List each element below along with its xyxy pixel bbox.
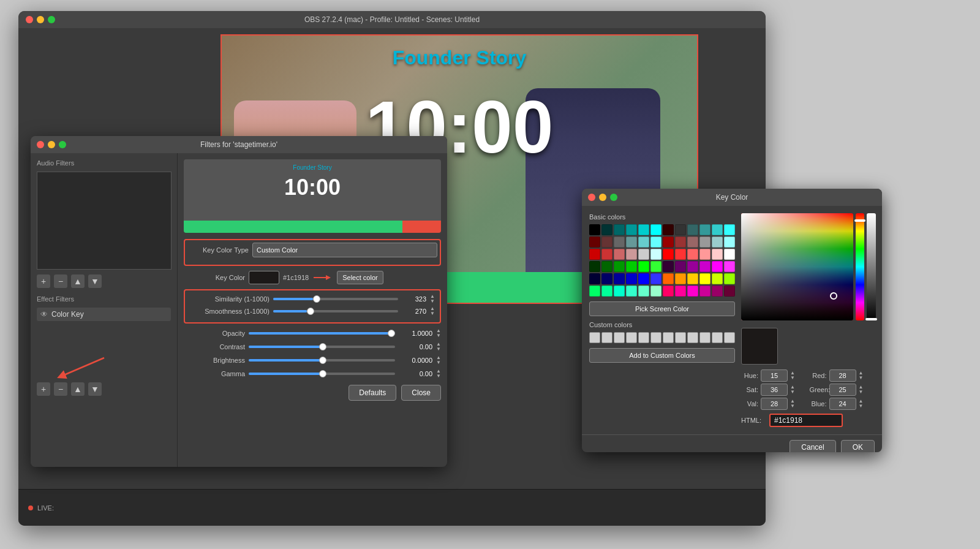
custom-cell-9[interactable] — [687, 332, 698, 343]
basic-color-cell-38[interactable] — [614, 261, 625, 272]
maximize-button[interactable] — [48, 16, 55, 23]
basic-color-cell-9[interactable] — [699, 224, 710, 235]
basic-color-cell-44[interactable] — [687, 261, 698, 272]
select-color-button[interactable]: Select color — [337, 271, 383, 284]
basic-color-cell-54[interactable] — [663, 273, 674, 284]
custom-cell-3[interactable] — [614, 332, 625, 343]
basic-color-cell-37[interactable] — [601, 261, 612, 272]
basic-color-cell-70[interactable] — [712, 286, 723, 297]
basic-color-cell-12[interactable] — [589, 237, 600, 248]
filters-minimize-button[interactable] — [48, 141, 55, 148]
basic-color-cell-43[interactable] — [675, 261, 686, 272]
basic-color-cell-26[interactable] — [614, 249, 625, 260]
opacity-slider[interactable] — [249, 332, 395, 335]
basic-color-cell-27[interactable] — [626, 249, 637, 260]
blue-input[interactable] — [829, 398, 856, 410]
basic-color-cell-19[interactable] — [675, 237, 686, 248]
basic-color-cell-68[interactable] — [687, 286, 698, 297]
custom-cell-1[interactable] — [589, 332, 600, 343]
basic-color-cell-18[interactable] — [663, 237, 674, 248]
gamma-spinner[interactable]: ▲▼ — [436, 369, 441, 379]
basic-color-cell-51[interactable] — [626, 273, 637, 284]
cancel-button[interactable]: Cancel — [790, 440, 835, 452]
basic-color-cell-69[interactable] — [699, 286, 710, 297]
custom-cell-6[interactable] — [650, 332, 662, 343]
basic-color-cell-55[interactable] — [675, 273, 686, 284]
basic-color-cell-40[interactable] — [638, 261, 649, 272]
kcd-minimize-btn[interactable] — [599, 194, 606, 201]
basic-color-cell-15[interactable] — [626, 237, 637, 248]
defaults-button[interactable]: Defaults — [349, 385, 396, 401]
custom-cell-10[interactable] — [699, 332, 710, 343]
custom-cell-4[interactable] — [626, 332, 637, 343]
remove-filter-btn[interactable]: − — [54, 274, 67, 288]
basic-color-cell-36[interactable] — [589, 261, 600, 272]
minimize-button[interactable] — [37, 16, 44, 23]
hue-strip[interactable] — [856, 213, 865, 320]
basic-color-cell-71[interactable] — [724, 286, 735, 297]
basic-color-cell-57[interactable] — [699, 273, 710, 284]
pick-screen-btn[interactable]: Pick Screen Color — [589, 301, 735, 316]
basic-color-cell-4[interactable] — [638, 224, 649, 235]
brightness-spinner[interactable]: ▲▼ — [436, 355, 441, 365]
basic-color-cell-42[interactable] — [663, 261, 674, 272]
basic-color-cell-56[interactable] — [687, 273, 698, 284]
basic-color-cell-22[interactable] — [712, 237, 723, 248]
basic-color-cell-3[interactable] — [626, 224, 637, 235]
basic-color-cell-17[interactable] — [650, 237, 662, 248]
basic-color-cell-34[interactable] — [712, 249, 723, 260]
basic-color-cell-49[interactable] — [601, 273, 612, 284]
val-input[interactable] — [761, 398, 788, 410]
smoothness-slider[interactable] — [273, 310, 398, 312]
basic-color-cell-21[interactable] — [699, 237, 710, 248]
basic-color-cell-65[interactable] — [650, 286, 662, 297]
contrast-spinner[interactable]: ▲▼ — [436, 342, 441, 352]
basic-color-cell-63[interactable] — [626, 286, 637, 297]
opacity-spinner[interactable]: ▲▼ — [436, 328, 441, 338]
basic-color-cell-29[interactable] — [650, 249, 662, 260]
sat-spinner[interactable]: ▲▼ — [790, 385, 795, 395]
basic-color-cell-25[interactable] — [601, 249, 612, 260]
basic-color-cell-32[interactable] — [687, 249, 698, 260]
basic-color-cell-33[interactable] — [699, 249, 710, 260]
basic-color-cell-13[interactable] — [601, 237, 612, 248]
move-up-btn[interactable]: ▲ — [71, 274, 85, 288]
basic-color-cell-35[interactable] — [724, 249, 735, 260]
html-input[interactable] — [769, 414, 843, 427]
hue-input[interactable] — [761, 369, 788, 382]
sat-input[interactable] — [761, 384, 788, 396]
basic-color-cell-39[interactable] — [626, 261, 637, 272]
key-color-type-select[interactable]: Custom Color — [252, 243, 437, 257]
basic-color-cell-10[interactable] — [712, 224, 723, 235]
hue-spinner[interactable]: ▲▼ — [790, 371, 795, 381]
similarity-slider[interactable] — [273, 298, 398, 300]
basic-color-cell-61[interactable] — [601, 286, 612, 297]
basic-color-cell-46[interactable] — [712, 261, 723, 272]
add-filter-btn[interactable]: + — [37, 274, 50, 288]
basic-color-cell-62[interactable] — [614, 286, 625, 297]
basic-color-cell-59[interactable] — [724, 273, 735, 284]
color-spectrum[interactable] — [741, 213, 853, 320]
val-spinner[interactable]: ▲▼ — [790, 399, 795, 409]
basic-color-cell-52[interactable] — [638, 273, 649, 284]
basic-color-cell-50[interactable] — [614, 273, 625, 284]
basic-color-cell-66[interactable] — [663, 286, 674, 297]
basic-color-cell-16[interactable] — [638, 237, 649, 248]
kcd-close-btn[interactable] — [588, 194, 595, 201]
basic-color-cell-64[interactable] — [638, 286, 649, 297]
basic-color-cell-53[interactable] — [650, 273, 662, 284]
green-spinner[interactable]: ▲▼ — [859, 385, 864, 395]
custom-cell-8[interactable] — [675, 332, 686, 343]
kcd-maximize-btn[interactable] — [610, 194, 617, 201]
custom-cell-2[interactable] — [601, 332, 612, 343]
basic-color-cell-14[interactable] — [614, 237, 625, 248]
basic-color-cell-23[interactable] — [724, 237, 735, 248]
basic-color-cell-58[interactable] — [712, 273, 723, 284]
filters-maximize-button[interactable] — [59, 141, 66, 148]
basic-color-cell-60[interactable] — [589, 286, 600, 297]
brightness-slider[interactable] — [249, 359, 395, 362]
close-button[interactable] — [26, 16, 33, 23]
red-spinner[interactable]: ▲▼ — [859, 371, 864, 381]
custom-cell-7[interactable] — [663, 332, 674, 343]
color-key-item[interactable]: 👁 Color Key — [37, 308, 171, 321]
